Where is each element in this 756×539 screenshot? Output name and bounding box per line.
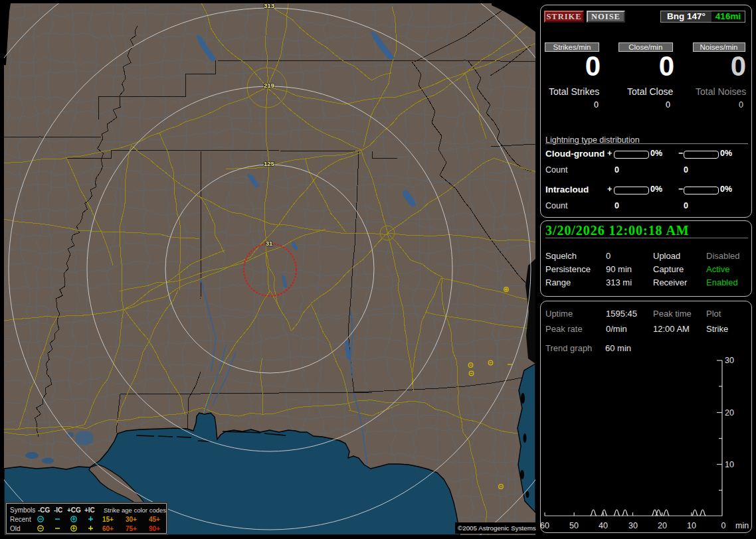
svg-text:90+: 90+ [149,525,160,532]
svg-text:45+: 45+ [149,516,160,523]
svg-text:60: 60 [540,521,549,530]
svg-text:40: 40 [599,521,608,530]
svg-text:60+: 60+ [102,525,114,532]
svg-text:15+: 15+ [102,516,114,523]
svg-text:+CG: +CG [67,506,81,514]
svg-text:125: 125 [264,160,275,167]
svg-text:Old: Old [10,525,21,532]
svg-text:20: 20 [658,521,667,530]
svg-text:30: 30 [628,521,638,530]
svg-text:30: 30 [725,356,734,365]
svg-text:10: 10 [687,521,696,530]
svg-text:75+: 75+ [126,525,137,532]
svg-text:Symbols: Symbols [10,506,35,514]
svg-text:30+: 30+ [126,516,137,523]
svg-text:10: 10 [725,460,734,469]
svg-text:20: 20 [725,408,734,418]
svg-text:-IC: -IC [54,506,62,514]
svg-text:31: 31 [266,240,273,247]
svg-text:219: 219 [264,82,274,89]
svg-text:Strike age color codes: Strike age color codes [104,506,166,514]
svg-text:Recent: Recent [10,516,31,523]
svg-text:-CG: -CG [38,506,50,514]
svg-text:50: 50 [569,521,579,530]
svg-text:313: 313 [264,2,274,9]
svg-text:min: min [735,521,749,530]
svg-text:0: 0 [721,521,726,530]
svg-text:+IC: +IC [84,506,95,514]
